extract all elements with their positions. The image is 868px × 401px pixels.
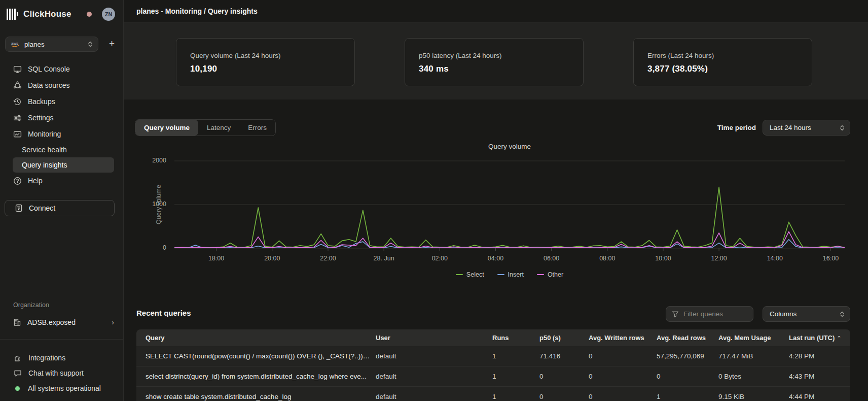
sidebar-item-help[interactable]: Help: [13, 173, 114, 189]
time-period-select[interactable]: Last 24 hours: [763, 120, 850, 136]
service-name: planes: [24, 41, 88, 48]
breadcrumb: planes - Monitoring / Query insights: [136, 7, 258, 15]
x-axis-tick: 18:00: [208, 255, 224, 262]
x-axis-tick: 16:00: [823, 255, 839, 262]
sidebar-item-integrations[interactable]: Integrations: [14, 350, 114, 365]
stat-value: 10,190: [190, 64, 354, 74]
funnel-icon: [672, 311, 679, 318]
legend-item-select[interactable]: Select: [456, 271, 484, 278]
x-axis-tick: 14:00: [767, 255, 783, 262]
stat-label: p50 latency (Last 24 hours): [419, 52, 583, 59]
column-header[interactable]: Avg. Read rows: [657, 334, 718, 342]
recent-queries-title: Recent queries: [136, 309, 191, 317]
sidebar-item-data-sources[interactable]: Data sources: [13, 77, 114, 93]
legend-label: Other: [548, 271, 563, 278]
x-axis-tick: 12:00: [711, 255, 727, 262]
table-cell: 1: [492, 373, 539, 380]
chart-legend: SelectInsertOther: [174, 271, 845, 278]
x-axis-tick: 06:00: [544, 255, 559, 262]
y-axis-tick: 0: [124, 244, 166, 251]
backups-icon: [13, 97, 22, 106]
query-volume-chart[interactable]: [174, 156, 845, 252]
organization-switcher[interactable]: ADSB.exposed ›: [13, 315, 114, 330]
sidebar-item-settings[interactable]: Settings: [13, 110, 114, 126]
stats-strip: Query volume (Last 24 hours) 10,190 p50 …: [124, 22, 868, 99]
monitoring-icon: [13, 130, 22, 139]
x-axis-tick: 04:00: [488, 255, 503, 262]
tab-query-volume[interactable]: Query volume: [135, 120, 198, 136]
sidebar-item-query-insights[interactable]: Query insights: [13, 157, 114, 173]
table-cell: 0: [657, 373, 718, 380]
divider: [0, 339, 123, 340]
main-area: planes - Monitoring / Query insights Que…: [124, 0, 868, 401]
sidebar-footer: Integrations Chat with support All syste…: [0, 350, 123, 396]
stat-label: Errors (Last 24 hours): [647, 52, 812, 59]
footer-item-label: Chat with support: [28, 369, 84, 377]
table-row[interactable]: select distrinct(query_id) from system.d…: [136, 366, 850, 386]
stat-card-query-volume: Query volume (Last 24 hours) 10,190: [176, 38, 355, 86]
sidebar-item-monitoring[interactable]: Monitoring: [13, 126, 114, 142]
add-service-button[interactable]: +: [105, 38, 118, 51]
column-header[interactable]: p50 (s): [539, 334, 589, 342]
table-cell: 4:43 PM: [789, 373, 850, 380]
y-axis-tick: 1000: [124, 201, 166, 208]
filter-queries-box: [666, 306, 753, 322]
stat-card-p50-latency: p50 latency (Last 24 hours) 340 ms: [405, 38, 584, 86]
sidebar-item-label: Data sources: [28, 81, 69, 89]
logo-row: ClickHouse ZN: [0, 0, 123, 23]
sidebar-item-service-health[interactable]: Service health: [13, 142, 114, 157]
settings-icon: [13, 114, 22, 122]
table-cell: 0: [539, 373, 589, 380]
service-selector[interactable]: aws planes: [5, 37, 98, 52]
organization-name: ADSB.exposed: [27, 318, 76, 326]
svg-text:aws: aws: [11, 41, 18, 46]
sidebar-item-label: Backups: [28, 97, 55, 106]
y-axis-tick: 2000: [124, 157, 166, 164]
sidebar-item-backups[interactable]: Backups: [13, 93, 114, 110]
table-row[interactable]: show create table system.distributed_cac…: [136, 386, 850, 401]
topbar: planes - Monitoring / Query insights: [124, 0, 868, 22]
table-cell: 57,295,770,069: [657, 352, 718, 360]
status-label: All systems operational: [28, 384, 101, 392]
column-header[interactable]: Last run (UTC)⌃: [789, 334, 850, 342]
sidebar-item-label: SQL Console: [28, 65, 70, 73]
column-header[interactable]: Avg. Written rows: [589, 334, 657, 342]
column-header[interactable]: Runs: [492, 334, 539, 342]
brand-name: ClickHouse: [23, 9, 71, 19]
table-cell: SELECT CAST(round(pow(count() / max(coun…: [136, 352, 376, 360]
legend-item-insert[interactable]: Insert: [497, 271, 524, 278]
chevron-updown-icon: [840, 124, 845, 131]
x-axis-tick: 28. Jun: [374, 255, 394, 262]
x-axis-tick: 20:00: [264, 255, 280, 262]
columns-select[interactable]: Columns: [763, 306, 850, 322]
system-status[interactable]: All systems operational: [14, 381, 114, 396]
table-cell: select distrinct(query_id) from system.d…: [136, 373, 376, 380]
terminal-icon: [13, 65, 22, 74]
sidebar-item-chat-support[interactable]: Chat with support: [14, 365, 114, 381]
legend-item-other[interactable]: Other: [537, 271, 563, 278]
avatar[interactable]: ZN: [102, 8, 115, 21]
column-header[interactable]: User: [376, 334, 492, 342]
legend-swatch-icon: [497, 274, 504, 276]
stat-card-errors: Errors (Last 24 hours) 3,877 (38.05%): [633, 38, 812, 86]
table-cell: default: [376, 373, 492, 380]
column-header[interactable]: Avg. Mem Usage: [718, 334, 789, 342]
legend-swatch-icon: [537, 274, 544, 276]
chart-tabs: Query volume Latency Errors: [135, 119, 276, 136]
filter-queries-input[interactable]: [683, 310, 747, 318]
sidebar-item-sql-console[interactable]: SQL Console: [13, 61, 114, 77]
tab-errors[interactable]: Errors: [239, 120, 275, 136]
chart-title: Query volume: [174, 143, 845, 150]
chevron-right-icon: ›: [112, 318, 114, 326]
columns-label: Columns: [770, 310, 797, 318]
tab-latency[interactable]: Latency: [198, 120, 239, 136]
connect-button[interactable]: Connect: [5, 200, 115, 216]
column-header[interactable]: Query: [136, 334, 376, 342]
table-row[interactable]: SELECT CAST(round(pow(count() / max(coun…: [136, 346, 850, 366]
sidebar: ClickHouse ZN aws planes + SQL Console: [0, 0, 124, 401]
legend-label: Insert: [508, 271, 524, 278]
sidebar-item-label: Help: [28, 177, 43, 185]
table-cell: 4:28 PM: [789, 352, 850, 360]
table-cell: 1: [492, 393, 539, 400]
chevron-updown-icon: [88, 41, 93, 48]
